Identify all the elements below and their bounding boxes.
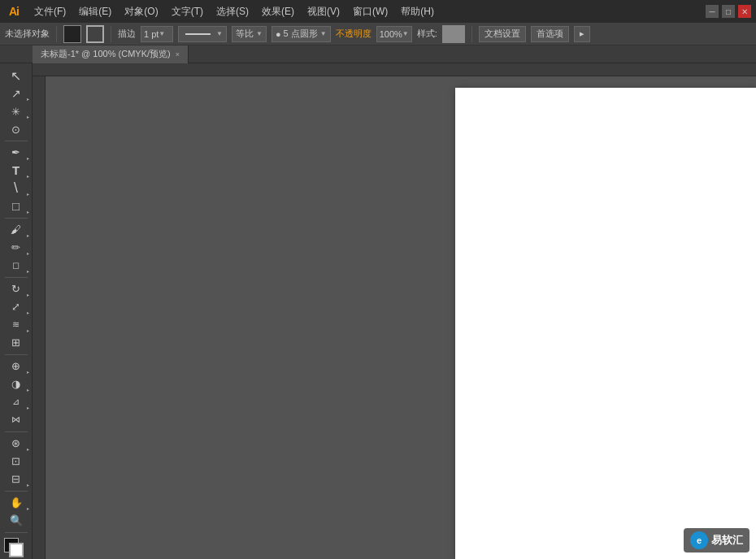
tool-separator-3: [5, 277, 28, 278]
scale-icon: ⤢: [11, 301, 20, 313]
tool-separator-2: [5, 218, 28, 219]
slice-tool[interactable]: ⊟: [2, 470, 31, 488]
warp-tool[interactable]: ≋: [2, 316, 31, 334]
title-bar: Ai 文件(F) 编辑(E) 对象(O) 文字(T) 选择(S) 效果(E) 视…: [0, 0, 756, 23]
minimize-button[interactable]: ─: [706, 5, 719, 18]
stroke-style-arrow[interactable]: ▼: [216, 30, 223, 37]
line-tool[interactable]: \: [2, 180, 31, 197]
fill-stroke-indicator: [4, 538, 28, 559]
point-dot: ●: [276, 29, 281, 39]
menu-object[interactable]: 对象(O): [118, 0, 164, 23]
rect-tool[interactable]: □: [2, 197, 31, 215]
tab-close-button[interactable]: ×: [176, 50, 180, 58]
style-swatch[interactable]: [442, 25, 465, 43]
gradient-icon: ◑: [11, 378, 20, 390]
preferences-button[interactable]: 首选项: [531, 26, 569, 42]
ruler-corner: [33, 63, 46, 76]
opacity-value[interactable]: 100% ▼: [376, 26, 412, 42]
tool-separator-7: [5, 532, 28, 533]
pencil-tool[interactable]: ✏: [2, 239, 31, 257]
selection-tool-icon: ↖: [11, 68, 21, 84]
maximize-button[interactable]: □: [722, 5, 735, 18]
pen-tool[interactable]: ✒: [2, 144, 31, 162]
eyedropper-tool[interactable]: ⊿: [2, 393, 31, 411]
eraser-tool[interactable]: ◻: [2, 257, 31, 275]
rect-icon: □: [12, 199, 20, 213]
point-shape[interactable]: ● 5 点圆形 ▼: [272, 26, 331, 42]
tool-separator-6: [5, 491, 28, 492]
lasso-tool[interactable]: ⊙: [2, 120, 31, 138]
canvas-area[interactable]: e 易软汇: [33, 63, 756, 559]
scale-tool[interactable]: ⤢: [2, 298, 31, 316]
stroke-dropdown-arrow[interactable]: ▼: [159, 30, 165, 37]
magic-wand-icon: ✳: [11, 106, 20, 118]
magic-wand-tool[interactable]: ✳: [2, 102, 31, 120]
stroke-swatch[interactable]: [86, 25, 104, 43]
scale-arrow[interactable]: ▼: [256, 30, 263, 37]
selection-status: 未选择对象: [5, 28, 50, 40]
menu-select[interactable]: 选择(S): [210, 0, 255, 23]
free-transform-tool[interactable]: ⊞: [2, 334, 31, 352]
options-bar: 未选择对象 描边 1 pt ▼ ▼ 等比 ▼ ● 5 点圆形 ▼ 不透明度 10…: [0, 23, 756, 46]
stroke-color-box[interactable]: [9, 543, 24, 557]
symbol-sprayer-tool[interactable]: ⊛: [2, 435, 31, 453]
pencil-icon: ✏: [11, 241, 20, 254]
stroke-style[interactable]: ▼: [178, 26, 227, 42]
hand-icon: ✋: [10, 496, 23, 509]
eraser-icon: ◻: [12, 260, 20, 271]
blend-icon: ⋈: [11, 414, 20, 425]
menu-help[interactable]: 帮助(H): [394, 0, 441, 23]
menu-type[interactable]: 文字(T): [165, 0, 210, 23]
tab-label: 未标题-1* @ 100% (CMYK/预览): [41, 48, 171, 60]
rotate-icon: ↻: [11, 283, 20, 295]
divider1: [56, 26, 57, 42]
zoom-icon: 🔍: [10, 514, 23, 526]
style-label: 样式:: [417, 28, 437, 40]
hand-tool[interactable]: ✋: [2, 494, 31, 512]
menu-view[interactable]: 视图(V): [301, 0, 346, 23]
selection-tool[interactable]: ↖: [2, 67, 31, 84]
document-tab[interactable]: 未标题-1* @ 100% (CMYK/预览) ×: [33, 46, 189, 63]
zoom-tool[interactable]: 🔍: [2, 512, 31, 530]
pen-icon: ✒: [11, 146, 20, 158]
close-button[interactable]: ✕: [738, 5, 751, 18]
title-right: ─ □ ✕: [706, 5, 756, 18]
shape-builder-tool[interactable]: ⊕: [2, 358, 31, 375]
opacity-arrow[interactable]: ▼: [402, 30, 409, 37]
watermark-icon: e: [690, 531, 708, 549]
menu-window[interactable]: 窗口(W): [346, 0, 394, 23]
divider2: [111, 26, 111, 42]
point-arrow[interactable]: ▼: [320, 30, 327, 37]
free-transform-icon: ⊞: [11, 336, 20, 349]
watermark: e 易软汇: [684, 528, 749, 552]
tab-bar: 未标题-1* @ 100% (CMYK/预览) ×: [0, 46, 756, 63]
blend-tool[interactable]: ⋈: [2, 411, 31, 429]
menu-file[interactable]: 文件(F): [28, 0, 72, 23]
rotate-tool[interactable]: ↻: [2, 280, 31, 298]
fill-swatch[interactable]: [63, 25, 81, 43]
stroke-value[interactable]: 1 pt ▼: [141, 26, 173, 42]
menu-edit[interactable]: 编辑(E): [72, 0, 118, 23]
tool-separator-4: [5, 354, 28, 355]
watermark-text: 易软汇: [711, 533, 743, 548]
workspace: ↖ ↗ ✳ ⊙ ✒ T \ □ 🖌 ✏ ◻: [0, 63, 756, 559]
stroke-label: 描边: [118, 28, 136, 40]
ruler-vertical: [33, 76, 46, 559]
scale-option[interactable]: 等比 ▼: [232, 26, 267, 42]
type-icon: T: [12, 163, 20, 177]
direct-selection-icon: ↗: [11, 87, 21, 100]
tool-separator-5: [5, 431, 28, 432]
toolbar: ↖ ↗ ✳ ⊙ ✒ T \ □ 🖌 ✏ ◻: [0, 63, 33, 559]
direct-selection-tool[interactable]: ↗: [2, 84, 31, 102]
paintbrush-tool[interactable]: 🖌: [2, 221, 31, 239]
lasso-icon: ⊙: [11, 124, 20, 136]
type-tool[interactable]: T: [2, 162, 31, 180]
warp-icon: ≋: [12, 319, 20, 330]
gradient-tool[interactable]: ◑: [2, 375, 31, 393]
more-options-button[interactable]: ▸: [574, 26, 590, 42]
menu-effect[interactable]: 效果(E): [255, 0, 301, 23]
artboard-icon: ⊡: [11, 455, 20, 467]
symbol-sprayer-icon: ⊛: [11, 437, 20, 449]
doc-settings-button[interactable]: 文档设置: [479, 26, 526, 42]
artboard-tool[interactable]: ⊡: [2, 453, 31, 470]
